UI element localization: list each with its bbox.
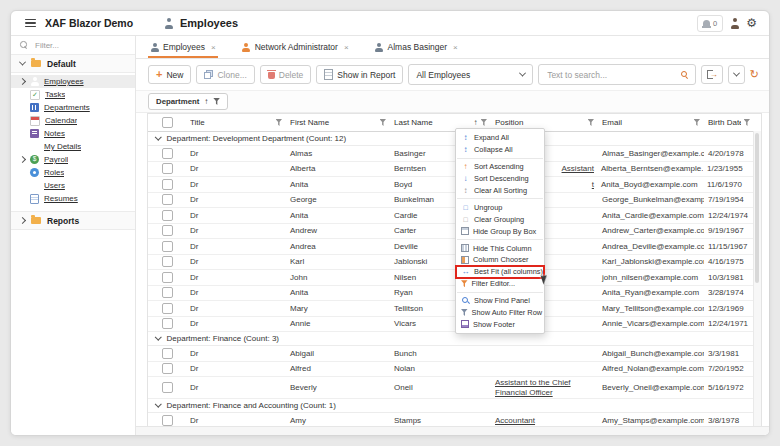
column-header-birth-date[interactable]: Birth Date [704,118,754,127]
table-row[interactable]: Dr Abigail Bunch Abigail_Bunch@example.c… [148,346,754,362]
row-checkbox[interactable] [162,303,173,314]
close-tab-icon[interactable]: × [453,43,458,52]
table-row[interactable]: Dr Mary Tellitson Mary_Tellitson@example… [148,301,754,317]
filter-icon[interactable] [380,119,387,126]
tab[interactable]: Almas Basinger × [373,36,460,58]
group-by-chip[interactable]: Department ↑ [148,93,228,110]
user-avatar[interactable] [729,18,740,29]
table-row[interactable]: Dr Anita Boyd t Anita_Boyd@example.com 1… [148,177,754,193]
menu-item[interactable]: Sort Descending [456,173,544,185]
sidebar-item[interactable]: Roles [11,166,135,179]
sidebar-item[interactable]: Employees [11,75,135,88]
column-header-position[interactable]: Position [491,118,598,127]
sidebar-item[interactable]: Users [11,179,135,192]
menu-item[interactable]: Clear All Sorting [456,185,544,197]
filter-input[interactable] [33,40,117,51]
tab[interactable]: Employees × [148,36,218,58]
column-header-first-name[interactable]: First Name [286,118,390,127]
row-checkbox[interactable] [162,382,173,393]
table-row[interactable]: Dr Anita Cardle Anita_Cardle@example.com… [148,208,754,224]
filter-icon[interactable] [213,98,220,105]
column-header-email[interactable]: Email [598,118,704,127]
notifications-button[interactable]: 0 [697,15,723,32]
table-row[interactable]: Dr Beverly Oneil Assistant to the Chief … [148,377,754,399]
column-header-title[interactable]: Title [186,118,286,127]
row-checkbox[interactable] [162,241,173,252]
filter-icon[interactable] [481,119,488,126]
row-checkbox[interactable] [162,348,173,359]
table-row[interactable]: Dr Alfred Nolan Alfred_Nolan@example.com… [148,362,754,378]
filter-icon[interactable] [694,119,701,126]
new-button[interactable]: + New [148,65,191,84]
settings-gear-icon[interactable]: ⚙ [746,17,757,29]
vertical-scrollbar[interactable] [753,131,761,426]
row-checkbox[interactable] [162,272,173,283]
delete-button[interactable]: Delete [260,65,312,84]
sidebar-item[interactable]: Payroll [11,153,135,166]
column-header-last-name[interactable]: Last Name ↑ [390,118,491,127]
menu-item[interactable]: Sort Ascending [456,161,544,173]
row-checkbox[interactable] [162,194,173,205]
sidebar-item[interactable]: Tasks [11,88,135,101]
tab[interactable]: Network Administrator × [240,36,351,58]
filter-icon[interactable] [588,119,595,126]
menu-item[interactable]: Expand All [456,132,544,144]
menu-item[interactable]: Show Footer [456,318,544,330]
export-options-button[interactable] [728,65,745,84]
menu-item[interactable]: Ungroup [456,201,544,213]
row-checkbox[interactable] [162,225,173,236]
row-checkbox[interactable] [162,148,173,159]
row-checkbox[interactable] [162,415,173,426]
export-button[interactable] [701,65,723,84]
table-row[interactable]: Dr Alberta Berntsen Assistant Alberta_Be… [148,162,754,178]
table-row[interactable]: Dr Andrew Carter Andrew_Carter@example.c… [148,224,754,240]
table-row[interactable]: Dr Andrea Deville Andrea_Deville@example… [148,239,754,255]
row-checkbox[interactable] [162,256,173,267]
close-tab-icon[interactable]: × [344,43,349,52]
table-row[interactable]: Dr Karl Jablonski Karl_Jablonski@example… [148,255,754,271]
row-checkbox[interactable] [162,363,173,374]
sidebar-item[interactable]: Calendar [11,114,135,127]
row-checkbox[interactable] [162,210,173,221]
close-tab-icon[interactable]: × [211,43,216,52]
clone-button[interactable]: Clone... [196,65,254,84]
menu-item[interactable]: Column Chooser [456,254,544,266]
group-row[interactable]: Department: Development Department (Coun… [148,132,754,146]
select-all-checkbox[interactable] [162,117,173,128]
menu-item[interactable]: Show Find Panel [456,295,544,307]
row-checkbox[interactable] [162,179,173,190]
menu-item[interactable]: Hide This Column [456,242,544,254]
employees-filter-select[interactable]: All Employees [408,64,533,85]
show-in-report-button[interactable]: Show in Report [316,65,403,84]
cell-position[interactable]: Accountant [491,416,598,425]
refresh-button[interactable]: ↻ [750,69,759,80]
menu-item[interactable]: Filter Editor... [456,278,544,290]
hamburger-menu-icon[interactable] [25,19,36,28]
sidebar-section-reports[interactable]: Reports [11,211,135,230]
table-row[interactable]: Dr Almas Basinger Almas_Basinger@example… [148,146,754,162]
sidebar-section-default[interactable]: Default [11,55,135,73]
cell-position[interactable]: Assistant to the Chief Financial Officer [491,378,598,396]
group-row[interactable]: Department: Finance and Accounting (Coun… [148,399,754,413]
filter-icon[interactable] [744,119,751,126]
sidebar-item[interactable]: My Details [11,140,135,153]
table-row[interactable]: Dr Annie Vicars Annie_Vicars@example.com… [148,317,754,333]
sidebar-item[interactable]: Notes [11,127,135,140]
sidebar-item[interactable]: Resumes [11,192,135,205]
scrollbar-thumb[interactable] [755,133,759,283]
menu-item[interactable]: Collapse All [456,144,544,156]
table-row[interactable]: Dr George Bunkelman George_Bunkelman@exa… [148,193,754,209]
table-row[interactable]: Dr Amy Stamps Accountant Amy_Stamps@exam… [148,413,754,426]
sidebar-item[interactable]: Departments [11,101,135,114]
menu-item[interactable]: Show Auto Filter Row [456,307,544,319]
search-icon[interactable] [681,71,689,79]
menu-item[interactable]: Clear Grouping [456,213,544,225]
table-row[interactable]: Dr Anita Ryan Anita_Ryan@example.com 3/2… [148,286,754,302]
group-row[interactable]: Department: Finance (Count: 3) [148,332,754,346]
row-checkbox[interactable] [162,287,173,298]
row-checkbox[interactable] [162,318,173,329]
row-checkbox[interactable] [162,163,173,174]
filter-icon[interactable] [276,119,283,126]
menu-item[interactable]: Hide Group By Box [456,225,544,237]
search-input[interactable] [545,69,677,81]
